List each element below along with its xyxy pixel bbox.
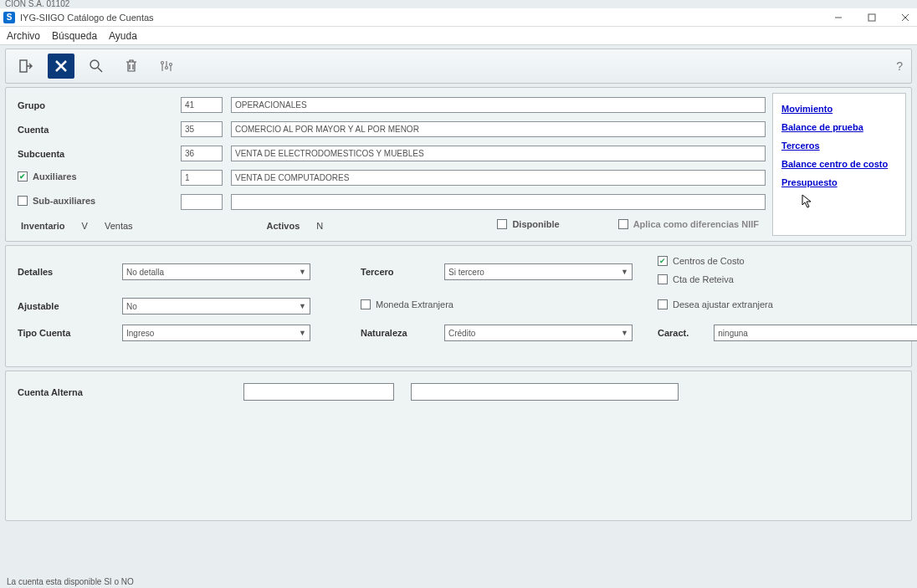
select-ajustable[interactable]: No▼ <box>122 298 310 314</box>
close-button[interactable] <box>897 10 914 25</box>
label-disponible: Disponible <box>512 219 559 229</box>
select-caract[interactable]: ninguna▼ <box>714 325 917 341</box>
label-aplica-niif: Aplica como diferencias NIIF <box>633 219 759 229</box>
titlebar: S IYG-SIIGO Catálogo de Cuentas <box>0 8 917 27</box>
label-inventario: Inventario <box>21 221 65 231</box>
link-balance-prueba[interactable]: Balance de prueba <box>781 122 897 132</box>
delete-button[interactable] <box>118 54 145 79</box>
value-inventario: V <box>82 221 88 231</box>
svg-point-7 <box>90 60 99 69</box>
checkbox-moneda-extranjera[interactable]: Moneda Extranjera <box>361 299 633 309</box>
label-caract: Caract. <box>658 328 689 338</box>
search-button[interactable] <box>83 54 110 79</box>
menu-busqueda[interactable]: Búsqueda <box>52 30 97 42</box>
label-centros-costo: Centros de Costo <box>673 256 745 266</box>
toolbar: ? <box>5 49 912 84</box>
label-naturaleza: Naturaleza <box>361 328 444 338</box>
settings-button[interactable] <box>153 54 180 79</box>
checkbox-aplica-niif[interactable]: Aplica como diferencias NIIF <box>618 219 759 229</box>
input-cuenta-alterna-code[interactable] <box>243 383 394 401</box>
exit-button[interactable] <box>13 54 39 79</box>
clear-button[interactable] <box>48 54 74 79</box>
code-grupo[interactable]: 41 <box>181 97 223 113</box>
checkbox-auxiliares[interactable]: ✔Auxiliares <box>18 171 181 182</box>
code-subaux[interactable] <box>181 194 223 210</box>
label-ajustable: Ajustable <box>18 301 122 311</box>
svg-point-9 <box>161 62 164 64</box>
svg-rect-4 <box>20 60 27 72</box>
label-cuenta: Cuenta <box>18 125 181 135</box>
select-detalles[interactable]: No detalla▼ <box>122 263 310 280</box>
desc-aux[interactable]: VENTA DE COMPUTADORES <box>231 170 766 186</box>
select-tercero[interactable]: Si tercero▼ <box>444 263 633 280</box>
app-icon: S <box>3 12 15 23</box>
label-subcuenta: Subcuenta <box>18 149 181 159</box>
help-button[interactable]: ? <box>896 59 903 73</box>
label-desea-ajustar: Desea ajustar extranjera <box>673 299 773 309</box>
checkbox-desea-ajustar[interactable]: Desea ajustar extranjera <box>658 299 917 309</box>
svg-point-13 <box>170 64 172 66</box>
svg-line-8 <box>98 68 102 72</box>
minimize-button[interactable] <box>830 10 847 25</box>
label-activos: Activos <box>267 221 300 231</box>
desc-subcuenta[interactable]: VENTA DE ELECTRODOMESTICOS Y MUEBLES <box>231 146 766 161</box>
link-movimiento[interactable]: Movimiento <box>781 104 897 114</box>
desc-grupo[interactable]: OPERACIONALES <box>231 97 766 113</box>
label-grupo: Grupo <box>18 100 181 110</box>
status-bar: La cuenta esta disponible SI o NO <box>7 577 134 586</box>
label-ventas: Ventas <box>105 221 133 231</box>
link-balance-centro[interactable]: Balance centro de costo <box>781 159 897 169</box>
label-cuenta-alterna: Cuenta Alterna <box>18 387 227 397</box>
code-cuenta[interactable]: 35 <box>181 121 223 137</box>
input-cuenta-alterna-desc[interactable] <box>411 383 679 401</box>
link-presupuesto[interactable]: Presupuesto <box>781 177 897 187</box>
checkbox-subauxiliares[interactable]: Sub-auxiliares <box>18 196 181 206</box>
details-panel: Detalles No detalla▼ Tercero Si tercero▼… <box>5 245 912 367</box>
select-tipo-cuenta[interactable]: Ingreso▼ <box>122 325 310 341</box>
account-panel: Grupo 41 OPERACIONALES Cuenta 35 COMERCI… <box>5 87 912 242</box>
checkbox-centros-costo[interactable]: ✔Centros de Costo <box>658 256 917 266</box>
alt-panel: Cuenta Alterna <box>5 371 912 521</box>
label-detalles: Detalles <box>18 267 122 277</box>
menu-archivo[interactable]: Archivo <box>7 30 40 42</box>
checkbox-disponible[interactable]: Disponible <box>497 219 559 229</box>
svg-point-11 <box>166 67 168 69</box>
desc-subaux[interactable] <box>231 194 766 210</box>
window-title: IYG-SIIGO Catálogo de Cuentas <box>20 13 154 23</box>
label-tercero: Tercero <box>361 267 444 277</box>
value-activos: N <box>316 221 323 231</box>
select-naturaleza[interactable]: Crédito▼ <box>444 325 633 341</box>
desc-cuenta[interactable]: COMERCIO AL POR MAYOR Y AL POR MENOR <box>231 121 766 137</box>
menu-ayuda[interactable]: Ayuda <box>109 30 137 42</box>
link-terceros[interactable]: Terceros <box>781 141 897 151</box>
pre-title: CION S.A. 01102 <box>0 0 917 8</box>
menubar: Archivo Búsqueda Ayuda <box>0 27 917 45</box>
side-links-panel: Movimiento Balance de prueba Terceros Ba… <box>772 93 906 236</box>
label-auxiliares: Auxiliares <box>33 171 77 182</box>
label-subauxiliares: Sub-auxiliares <box>33 196 95 206</box>
checkbox-cta-reteiva[interactable]: Cta de Reteiva <box>658 274 917 284</box>
maximize-button[interactable] <box>863 10 880 25</box>
svg-rect-1 <box>868 14 875 21</box>
code-aux[interactable]: 1 <box>181 170 223 186</box>
label-moneda-extranjera: Moneda Extranjera <box>376 299 453 309</box>
label-cta-reteiva: Cta de Reteiva <box>673 274 734 284</box>
code-subcuenta[interactable]: 36 <box>181 146 223 161</box>
label-tipo-cuenta: Tipo Cuenta <box>18 328 122 338</box>
